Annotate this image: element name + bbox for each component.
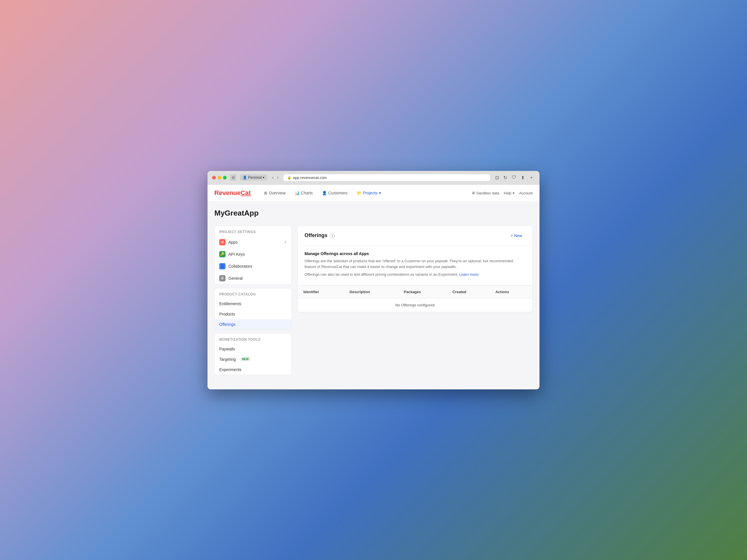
targeting-badge: NEW	[240, 357, 251, 361]
sidebar-item-targeting[interactable]: Targeting NEW	[215, 354, 291, 364]
app-content: RevenueCat ⊞ Overview 📊 Charts 👤 Custome…	[207, 185, 540, 389]
nav-overview-label: Overview	[269, 191, 285, 195]
browser-chrome: ⊞ 👤 Personal ▾ ‹ › 🔒 app.revenuecat.com …	[207, 171, 540, 185]
help-link[interactable]: Help ▾	[504, 191, 515, 195]
nav-customers[interactable]: 👤 Customers	[318, 188, 352, 198]
empty-state-cell: No Offerings configured	[298, 298, 532, 312]
table-header: Identifier Description Packages Created …	[298, 285, 532, 298]
apps-icon: ⊞	[219, 239, 226, 245]
profile-chevron-icon: ▾	[263, 176, 264, 179]
section-title-monetization-tools: Monetization tools	[215, 334, 291, 344]
empty-state-row: No Offerings configured	[298, 298, 532, 312]
extensions-button[interactable]: 🛡	[511, 174, 517, 181]
forward-button[interactable]: ›	[276, 174, 280, 181]
back-button[interactable]: ‹	[271, 174, 275, 181]
url-text: app.revenuecat.com	[293, 176, 327, 180]
col-created: Created	[447, 285, 490, 298]
logo[interactable]: RevenueCat	[214, 189, 251, 197]
collaborators-label: Collaborators	[228, 264, 252, 269]
sidebar-section-monetization-tools: Monetization tools Paywalls Targeting NE…	[214, 333, 292, 375]
top-nav: RevenueCat ⊞ Overview 📊 Charts 👤 Custome…	[207, 185, 540, 202]
profile-icon: 👤	[243, 176, 247, 179]
sidebar: Project settings ⊞ Apps ∨ 🔑 API Keys 👤 C…	[214, 226, 292, 381]
offerings-title-text: Offerings	[305, 232, 328, 238]
page-title: MyGreatApp	[214, 209, 533, 218]
minimize-button[interactable]	[217, 176, 221, 179]
sidebar-section-project-settings: Project settings ⊞ Apps ∨ 🔑 API Keys 👤 C…	[214, 226, 292, 285]
col-description: Description	[344, 285, 398, 298]
nav-right: 🖥 Sandbox data Help ▾ Account	[472, 191, 533, 195]
close-button[interactable]	[212, 176, 216, 179]
page-layout: Project settings ⊞ Apps ∨ 🔑 API Keys 👤 C…	[207, 218, 540, 389]
section-title-project-settings: Project settings	[215, 226, 291, 236]
account-link[interactable]: Account	[519, 191, 533, 195]
sidebar-item-apps[interactable]: ⊞ Apps ∨	[215, 236, 291, 248]
nav-charts[interactable]: 📊 Charts	[291, 188, 317, 198]
logo-cat-text: Cat	[241, 189, 251, 196]
entitlements-label: Entitlements	[219, 302, 241, 306]
new-button[interactable]: + New	[507, 232, 525, 239]
account-label: Account	[519, 191, 533, 195]
reader-button[interactable]: ⊡	[494, 174, 500, 181]
overview-icon: ⊞	[264, 191, 267, 195]
info-icon[interactable]: i	[330, 233, 335, 238]
experiments-label: Experiments	[219, 367, 241, 372]
sidebar-item-offerings[interactable]: Offerings	[215, 319, 291, 330]
products-label: Products	[219, 312, 235, 316]
help-label: Help	[504, 191, 511, 195]
traffic-lights	[212, 176, 227, 179]
sidebar-item-paywalls[interactable]: Paywalls	[215, 344, 291, 354]
sidebar-item-general[interactable]: ⚙ General	[215, 272, 291, 284]
profile-button[interactable]: 👤 Personal ▾	[240, 174, 267, 181]
offerings-table: Identifier Description Packages Created …	[298, 285, 532, 312]
sidebar-item-entitlements[interactable]: Entitlements	[215, 299, 291, 309]
projects-chevron-icon: ▾	[379, 191, 381, 195]
general-icon: ⚙	[219, 275, 226, 281]
page-title-area: MyGreatApp	[207, 202, 540, 218]
offerings-desc-paragraph-1: Offerings are the selection of products …	[305, 258, 525, 270]
reload-button[interactable]: ↻	[502, 174, 508, 181]
col-actions: Actions	[490, 285, 532, 298]
lock-icon: 🔒	[287, 176, 291, 179]
help-chevron-icon: ▾	[513, 191, 515, 195]
offerings-label: Offerings	[219, 322, 236, 327]
col-identifier: Identifier	[298, 285, 344, 298]
sandbox-label: Sandbox data	[476, 191, 499, 195]
share-button[interactable]: ⬆	[520, 174, 526, 181]
sidebar-item-products[interactable]: Products	[215, 309, 291, 319]
offerings-description: Manage Offerings across all Apps Offerin…	[298, 246, 532, 285]
collaborators-icon: 👤	[219, 263, 226, 270]
offerings-header: Offerings i + New	[298, 226, 532, 246]
nav-charts-label: Charts	[301, 191, 313, 195]
sandbox-icon: 🖥	[472, 191, 475, 195]
sidebar-item-api-keys[interactable]: 🔑 API Keys	[215, 248, 291, 260]
nav-overview[interactable]: ⊞ Overview	[260, 188, 289, 198]
nav-customers-label: Customers	[328, 191, 348, 195]
nav-projects[interactable]: 📁 Projects ▾	[353, 188, 385, 198]
browser-window: ⊞ 👤 Personal ▾ ‹ › 🔒 app.revenuecat.com …	[207, 171, 540, 389]
sandbox-link[interactable]: 🖥 Sandbox data	[472, 191, 499, 195]
sidebar-item-experiments[interactable]: Experiments	[215, 364, 291, 375]
nav-projects-label: Projects	[363, 191, 378, 195]
section-title-product-catalog: Product catalog	[215, 288, 291, 299]
general-label: General	[228, 276, 243, 281]
offerings-desc-paragraph-2: Offerings can also be used to test diffe…	[305, 272, 525, 278]
maximize-button[interactable]	[223, 176, 227, 179]
col-packages: Packages	[398, 285, 447, 298]
api-keys-label: API Keys	[228, 252, 245, 256]
offerings-title-area: Offerings i	[305, 232, 335, 238]
learn-more-link[interactable]: Learn more.	[459, 272, 480, 277]
tab-icon: ⊞	[230, 174, 236, 181]
nav-links: ⊞ Overview 📊 Charts 👤 Customers 📁 Projec…	[260, 188, 472, 198]
address-bar[interactable]: 🔒 app.revenuecat.com	[283, 174, 491, 181]
customers-icon: 👤	[322, 191, 327, 195]
table-body: No Offerings configured	[298, 298, 532, 312]
new-tab-button[interactable]: ＋	[528, 174, 535, 181]
logo-revenue-text: Revenue	[214, 189, 241, 196]
sidebar-item-collaborators[interactable]: 👤 Collaborators	[215, 260, 291, 272]
charts-icon: 📊	[295, 191, 300, 195]
projects-icon: 📁	[357, 191, 361, 195]
api-keys-icon: 🔑	[219, 251, 226, 257]
manage-offerings-title: Manage Offerings across all Apps	[305, 251, 525, 256]
table-header-row: Identifier Description Packages Created …	[298, 285, 532, 298]
